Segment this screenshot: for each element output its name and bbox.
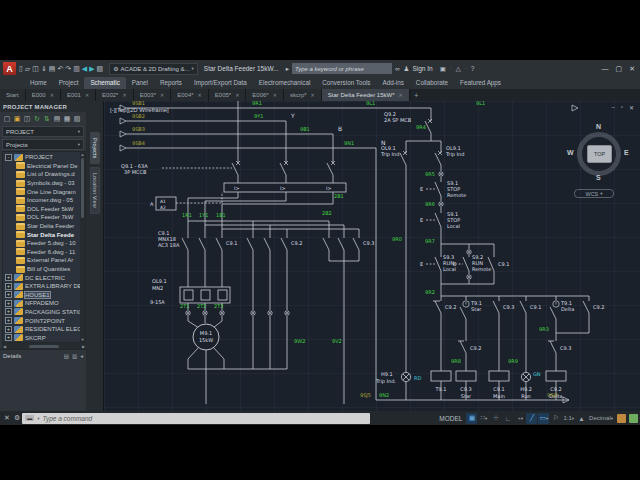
file-tab[interactable]: Start xyxy=(0,89,26,101)
tree-item-skcrp[interactable]: +SKCRP xyxy=(3,333,85,342)
tree-item-bill-of-quantities[interactable]: Bill of Quantities xyxy=(3,265,85,274)
tree-vertical-scrollbar[interactable]: ▲ ▼ xyxy=(80,152,85,342)
ribbon-tab-reports[interactable]: Reports xyxy=(154,77,188,89)
close-icon[interactable]: ✕ xyxy=(50,92,54,98)
cart-icon[interactable]: ▣ xyxy=(440,65,446,73)
maximize-button[interactable]: ▢ xyxy=(616,65,623,73)
new-drawing-icon[interactable]: ▢ xyxy=(3,115,11,123)
ribbon-tab-conversion-tools[interactable]: Conversion Tools xyxy=(316,77,376,89)
tree-item-house1[interactable]: +HOUSE1 xyxy=(3,291,85,300)
project-dropdown[interactable]: PROJECT ▾ xyxy=(2,126,84,137)
tree-item-project[interactable]: -PROJECT xyxy=(3,153,85,162)
file-tab[interactable]: skcrp*✕ xyxy=(284,89,322,101)
undo-icon[interactable]: ↶ xyxy=(56,62,64,75)
expand-icon[interactable]: - xyxy=(5,154,12,161)
expand-icon[interactable]: + xyxy=(5,334,12,341)
scroll-up-icon[interactable]: ▲ xyxy=(81,152,85,157)
tree-item-nfpademo[interactable]: +NFPADEMO xyxy=(3,299,85,308)
ribbon-tab-collaborate[interactable]: Collaborate xyxy=(410,77,454,89)
status-snap-mode[interactable]: ∷▾ xyxy=(478,413,489,424)
tree-item-star-delta-feeder[interactable]: Star Delta Feeder xyxy=(3,222,85,231)
update-icon[interactable]: ⇅ xyxy=(43,115,51,123)
tree-item-external-panel-ar[interactable]: External Panel Ar xyxy=(3,256,85,265)
scroll-left-icon[interactable]: ◀ xyxy=(3,344,6,349)
side-tab-location-view[interactable]: Location View xyxy=(90,167,100,214)
list-view-icon[interactable]: ▤ xyxy=(64,353,69,359)
tree-item-packaging-station[interactable]: +PACKAGING STATION xyxy=(3,308,85,317)
ribbon-tab-home[interactable]: Home xyxy=(24,77,53,89)
collapse-icon[interactable]: ◂ xyxy=(80,353,83,359)
file-tab[interactable]: E006*✕ xyxy=(246,89,284,101)
ribbon-tab-electromechanical[interactable]: Electromechanical xyxy=(253,77,316,89)
ribbon-tab-featured-apps[interactable]: Featured Apps xyxy=(454,77,507,89)
tree-item-dc-electric[interactable]: +DC ELECTRIC xyxy=(3,273,85,282)
minimize-button[interactable]: — xyxy=(602,65,609,73)
close-icon[interactable]: ✕ xyxy=(160,92,164,98)
tree-item-one-line-diagram[interactable]: One Line Diagram xyxy=(3,187,85,196)
close-icon[interactable]: ✕ xyxy=(85,92,89,98)
sheet-set-icon[interactable]: ▧ xyxy=(96,62,105,75)
command-input[interactable]: ▬ ▾ Type a command xyxy=(22,413,370,424)
tree-item-feeder-5-dwg-10[interactable]: Feeder 5.dwg - 10 xyxy=(3,239,85,248)
viewcube-north[interactable]: N xyxy=(596,123,601,130)
new-tab-button[interactable]: + xyxy=(410,89,423,101)
vp-minimize-button[interactable]: – xyxy=(611,104,614,111)
status-ortho[interactable]: ∟ xyxy=(502,413,513,424)
ribbon-tab-panel[interactable]: Panel xyxy=(126,77,154,89)
plot-icon[interactable]: ▤ xyxy=(48,62,57,75)
viewcube-south[interactable]: S xyxy=(596,174,601,181)
command-history-icon[interactable]: ▬ xyxy=(25,415,34,421)
wrench-icon[interactable]: ⚙ xyxy=(14,414,20,422)
tree-item-symbols-dwg-03[interactable]: Symbols.dwg - 03 xyxy=(3,179,85,188)
vp-restore-button[interactable]: ▫ xyxy=(621,104,623,111)
save-project-icon[interactable]: ◫ xyxy=(23,115,31,123)
app-menu-button[interactable]: A xyxy=(3,62,16,75)
details-section-header[interactable]: Details ▤ ▥ ◂ xyxy=(0,349,86,361)
viewport-controls[interactable]: [-][Top][2D Wireframe] xyxy=(110,107,169,113)
tree-item-list-of-drawings-d[interactable]: List of Drawings.d xyxy=(3,170,85,179)
project-wide-tools-icon[interactable]: ▤ xyxy=(53,115,61,123)
scroll-down-icon[interactable]: ▼ xyxy=(81,337,85,342)
file-tab[interactable]: E003*✕ xyxy=(134,89,172,101)
scroll-right-icon[interactable]: ▶ xyxy=(82,344,85,349)
status-share-icon[interactable] xyxy=(617,414,626,423)
file-tab[interactable]: E000✕ xyxy=(26,89,61,101)
tree-item-dol-feeder-5kw[interactable]: DOL Feeder 5kW xyxy=(3,205,85,214)
status-graphics-performance-icon[interactable] xyxy=(629,414,638,423)
status-grid[interactable]: ▦ xyxy=(466,413,477,424)
status-annotation-scale[interactable]: 1:1▾ xyxy=(562,413,575,424)
binoculars-icon[interactable]: ∞ xyxy=(395,65,400,72)
tree-item-incomer-dwg-05[interactable]: Incomer.dwg - 05 xyxy=(3,196,85,205)
print-icon[interactable]: ▥ xyxy=(72,62,81,75)
workspace-switcher[interactable]: ⚙ ACADE & 2D Drafting &... ▾ xyxy=(109,63,198,75)
close-icon[interactable]: ✕ xyxy=(273,92,277,98)
save-icon[interactable]: ◫ xyxy=(31,62,40,75)
expand-icon[interactable]: + xyxy=(5,317,12,324)
help-icon[interactable]: ? xyxy=(471,65,475,73)
status-polar-tracking[interactable]: ⊹ xyxy=(490,413,501,424)
tree-item-electrical-panel-de[interactable]: Electrical Panel De xyxy=(3,162,85,171)
save-as-icon[interactable]: ⇓ xyxy=(40,62,48,75)
schematic-drawing[interactable]: 9SB19SB29SB39SB49R19L19L19Y19B19N1YBNQ9.… xyxy=(104,101,640,411)
close-icon[interactable]: ✕ xyxy=(235,92,239,98)
status-isodraft[interactable]: ◔▾ xyxy=(514,413,525,424)
publish-icon[interactable]: ▧ xyxy=(73,115,81,123)
ribbon-tab-add-ins[interactable]: Add-ins xyxy=(376,77,409,89)
close-button[interactable]: ✕ xyxy=(629,65,635,73)
status-scale-list[interactable]: ▲ xyxy=(576,413,587,424)
close-icon[interactable]: ✕ xyxy=(399,92,403,98)
model-space-label[interactable]: MODEL xyxy=(439,415,462,422)
viewcube-east[interactable]: E xyxy=(624,149,629,156)
ribbon-tab-import-export-data[interactable]: Import/Export Data xyxy=(188,77,253,89)
tree-item-dol-feeder-7kw[interactable]: DOL Feeder 7kW xyxy=(3,213,85,222)
viewcube-west[interactable]: W xyxy=(567,149,574,156)
file-tab[interactable]: E005*✕ xyxy=(209,89,247,101)
file-tab[interactable]: Star Delta Feeder 15kW*✕ xyxy=(322,89,410,101)
side-tab-projects[interactable]: Projects xyxy=(90,132,100,164)
ribbon-tab-schematic[interactable]: Schematic xyxy=(84,77,125,89)
close-icon[interactable]: ✕ xyxy=(198,92,202,98)
file-tab[interactable]: E001✕ xyxy=(61,89,96,101)
tree-item-star-delta-feede[interactable]: Star Delta Feede xyxy=(3,230,85,239)
wcs-dropdown[interactable]: WCS ▾ xyxy=(574,189,614,198)
vp-close-button[interactable]: ✕ xyxy=(629,104,634,111)
